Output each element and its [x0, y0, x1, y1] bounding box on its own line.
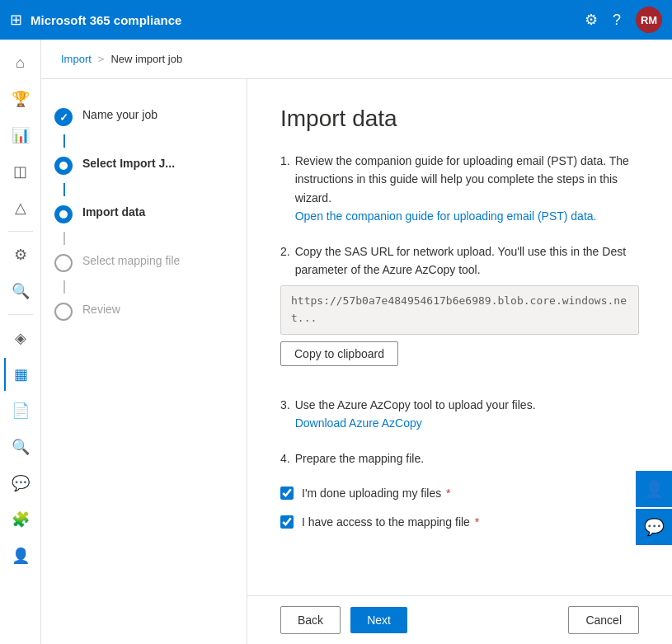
layout: ⌂ 🏆 📊 ◫ △ ⚙ 🔍 ◈ ▦ 📄 🔍 💬 🧩 👤 Import > New…: [0, 40, 672, 644]
sas-url-display: https://57b0a7e484954617b6e6989.blob.cor…: [280, 285, 639, 335]
checkbox-item-1: I'm done uploading my files *: [280, 484, 639, 502]
instructions: 1. Review the companion guide for upload…: [280, 152, 639, 531]
download-azcopy-link[interactable]: Download Azure AzCopy: [295, 416, 422, 430]
sidenav-item-doc[interactable]: 📄: [4, 394, 37, 427]
step-body-2: Copy the SAS URL for network upload. You…: [295, 242, 639, 280]
step-label-5: Review: [82, 302, 120, 316]
step-select-mapping: Select mapping file: [54, 245, 233, 294]
settings-icon[interactable]: ⚙: [585, 11, 598, 29]
sidenav-item-home[interactable]: ⌂: [4, 46, 37, 79]
sidenav-item-alert[interactable]: △: [4, 191, 37, 224]
sidenav-item-search[interactable]: 🔍: [4, 275, 37, 308]
required-star-2: *: [475, 515, 479, 529]
step-connector-4: [63, 280, 65, 294]
step-circle-5: [54, 303, 73, 321]
step-num-4: 4.: [280, 449, 290, 468]
checkbox-item-2: I have access to the mapping file *: [280, 513, 639, 531]
step-body-1: Review the companion guide for uploading…: [295, 152, 639, 226]
footer: Back Next Cancel: [247, 595, 672, 644]
checkbox-section: I'm done uploading my files * I have acc…: [280, 484, 639, 531]
page-title: Import data: [280, 106, 639, 132]
step-label-1: Name your job: [82, 107, 157, 121]
sidenav: ⌂ 🏆 📊 ◫ △ ⚙ 🔍 ◈ ▦ 📄 🔍 💬 🧩 👤: [0, 40, 41, 644]
step-num-3: 3.: [280, 396, 290, 433]
step-select-import: Select Import J...: [54, 148, 233, 196]
sidenav-item-grid[interactable]: ▦: [4, 358, 37, 391]
next-button[interactable]: Next: [350, 607, 407, 633]
floating-chat-button[interactable]: 💬: [636, 509, 672, 545]
sidenav-item-puzzle[interactable]: 🧩: [4, 503, 37, 536]
sidenav-item-user[interactable]: 👤: [4, 539, 37, 572]
step-circle-2: [54, 157, 73, 175]
app-title: Microsoft 365 compliance: [31, 13, 576, 27]
step-body-3: Use the Azure AzCopy tool to upload your…: [295, 396, 639, 433]
step-import-data: Import data: [54, 196, 233, 245]
step-circle-1: ✓: [54, 108, 73, 126]
done-uploading-label: I'm done uploading my files *: [302, 484, 451, 502]
step-num-1: 1.: [280, 152, 290, 226]
step-name-job: ✓ Name your job: [54, 99, 233, 148]
step-connector-2: [63, 183, 65, 196]
floating-buttons: 👤 💬: [636, 471, 672, 545]
step-body-4: Prepare the mapping file.: [295, 449, 639, 468]
required-star-1: *: [446, 487, 450, 500]
sidenav-item-search2[interactable]: 🔍: [4, 430, 37, 463]
sidenav-item-chart[interactable]: 📊: [4, 119, 37, 152]
breadcrumb-separator: >: [98, 53, 105, 65]
copy-to-clipboard-button[interactable]: Copy to clipboard: [280, 341, 398, 366]
done-uploading-checkbox[interactable]: [280, 487, 294, 500]
sidenav-item-trophy[interactable]: 🏆: [4, 82, 37, 115]
have-access-label: I have access to the mapping file *: [302, 513, 479, 531]
instruction-1: 1. Review the companion guide for upload…: [280, 152, 639, 226]
companion-guide-link[interactable]: Open the companion guide for uploading e…: [295, 209, 597, 223]
avatar[interactable]: RM: [636, 7, 662, 33]
have-access-checkbox[interactable]: [280, 515, 294, 529]
steps-list: ✓ Name your job Select Import J...: [54, 99, 233, 329]
instruction-3: 3. Use the Azure AzCopy tool to upload y…: [280, 396, 639, 433]
topbar-icons: ⚙ ? RM: [585, 7, 662, 33]
sidenav-item-chat[interactable]: 💬: [4, 467, 37, 500]
instruction-2: 2. Copy the SAS URL for network upload. …: [280, 242, 639, 379]
main-area: Import > New import job ✓ Name your job: [41, 40, 672, 644]
breadcrumb-current: New import job: [110, 53, 182, 65]
back-button[interactable]: Back: [280, 606, 341, 634]
floating-help-button[interactable]: 👤: [636, 471, 672, 507]
step-circle-4: [54, 254, 73, 272]
cancel-button[interactable]: Cancel: [568, 606, 639, 634]
steps-panel: ✓ Name your job Select Import J...: [41, 79, 247, 644]
sidenav-item-solution[interactable]: ◈: [4, 322, 37, 355]
step-num-2: 2.: [280, 242, 290, 280]
breadcrumb-parent[interactable]: Import: [61, 53, 92, 65]
help-icon[interactable]: ?: [613, 12, 621, 29]
topbar: ⊞ Microsoft 365 compliance ⚙ ? RM: [0, 0, 672, 40]
grid-icon[interactable]: ⊞: [10, 11, 22, 29]
right-panel: Import data 1. Review the companion guid…: [247, 79, 672, 644]
instruction-4: 4. Prepare the mapping file.: [280, 449, 639, 468]
sidenav-item-layers[interactable]: ◫: [4, 155, 37, 188]
sidenav-item-settings[interactable]: ⚙: [4, 238, 37, 271]
content-area: ✓ Name your job Select Import J...: [41, 79, 672, 644]
breadcrumb: Import > New import job: [41, 40, 672, 79]
main-content: Import data 1. Review the companion guid…: [247, 79, 672, 595]
step-label-3: Import data: [82, 204, 145, 219]
step-label-4: Select mapping file: [82, 253, 180, 267]
step-label-2: Select Import J...: [82, 156, 175, 170]
step-connector-3: [63, 232, 65, 245]
step-circle-3: [54, 205, 73, 223]
sidenav-divider-2: [8, 314, 33, 315]
step-review: Review: [54, 294, 233, 329]
step-connector-1: [63, 134, 65, 148]
sidenav-divider: [8, 231, 33, 232]
